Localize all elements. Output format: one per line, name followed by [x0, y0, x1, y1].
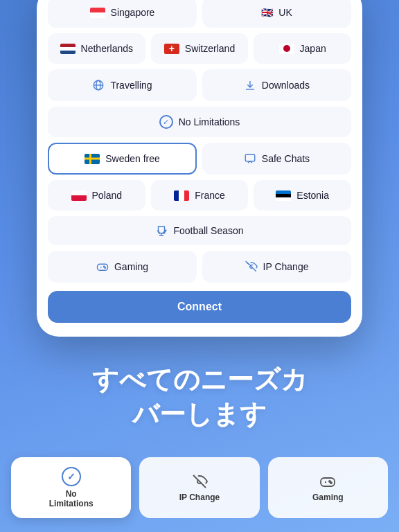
football-label: Football Season	[173, 225, 243, 236]
travelling-label: Travelling	[110, 80, 152, 91]
row-gaming-ipchange: Gaming IP Change	[48, 251, 351, 283]
eye-slash-icon	[245, 260, 258, 273]
singapore-label: Singapore	[111, 7, 155, 18]
gamepad-tab-icon	[319, 473, 336, 490]
gamepad-icon	[96, 260, 109, 273]
flag-poland	[71, 190, 87, 201]
estonia-cell[interactable]: Estonia	[254, 180, 351, 211]
flag-uk-emoji: 🇬🇧	[261, 7, 273, 18]
row-pl-fr-ee: Poland France Estonia	[48, 180, 351, 211]
singapore-cell[interactable]: Singapore	[48, 0, 197, 28]
no-limitations-row: ✓ No Limitations	[48, 107, 351, 137]
tab-no-limitations[interactable]: ✓ No Limitations	[11, 457, 131, 518]
tab-gaming-label: Gaming	[312, 493, 344, 502]
gaming-cell[interactable]: Gaming	[48, 251, 197, 283]
poland-label: Poland	[92, 190, 123, 201]
no-limitations-label: No Limitations	[179, 116, 240, 127]
uk-label: UK	[278, 7, 292, 18]
flag-france	[174, 190, 189, 201]
travelling-cell[interactable]: Travelling	[48, 69, 197, 101]
svg-point-6	[105, 267, 106, 269]
downloads-label: Downloads	[262, 80, 310, 91]
safechats-label: Safe Chats	[262, 153, 310, 164]
estonia-label: Estonia	[296, 190, 329, 201]
svg-rect-4	[97, 264, 107, 270]
jp-text-section: すべてのニーズカ バーします	[0, 363, 399, 432]
gaming-label: Gaming	[114, 261, 148, 272]
flag-sweden	[85, 154, 100, 164]
downloads-cell[interactable]: Downloads	[202, 69, 351, 101]
download-icon	[244, 79, 256, 91]
sweden-cell[interactable]: Sweden free	[48, 143, 197, 175]
tab-no-limitations-label: No Limitations	[49, 489, 94, 508]
globe-icon	[92, 79, 105, 91]
flag-japan	[279, 44, 294, 54]
row-nl-ch-jp: Netherlands Switzerland Japan	[48, 33, 351, 64]
row-sweden-safechats: Sweden free Safe Chats	[48, 143, 351, 175]
trophy-icon	[155, 224, 168, 237]
flag-netherlands	[60, 44, 76, 54]
tab-ip-change[interactable]: IP Change	[139, 457, 259, 518]
uk-cell[interactable]: 🇬🇧 UK	[202, 0, 351, 28]
flag-estonia	[276, 190, 291, 201]
netherlands-cell[interactable]: Netherlands	[48, 33, 145, 64]
check-icon: ✓	[159, 115, 173, 129]
netherlands-label: Netherlands	[81, 43, 134, 54]
flag-singapore	[90, 8, 105, 18]
tab-gaming[interactable]: Gaming	[268, 457, 388, 518]
svg-rect-7	[321, 478, 335, 486]
flag-switzerland	[164, 44, 179, 54]
svg-point-9	[330, 482, 332, 484]
sweden-label: Sweden free	[105, 153, 160, 164]
ipchange-label: IP Change	[263, 261, 309, 272]
phone-card: Singapore 🇬🇧 UK Netherlands Switzerland …	[37, 0, 362, 337]
bottom-tabs: ✓ No Limitations IP Change Gaming	[0, 457, 399, 518]
poland-cell[interactable]: Poland	[48, 180, 145, 211]
tab-ip-change-label: IP Change	[179, 493, 220, 502]
japan-label: Japan	[300, 43, 326, 54]
france-label: France	[195, 190, 225, 201]
row-travel-download: Travelling Downloads	[48, 69, 351, 101]
switzerland-cell[interactable]: Switzerland	[151, 33, 249, 64]
jp-text-line1: すべてのニーズカ	[0, 363, 399, 397]
check-circle-icon: ✓	[62, 467, 81, 486]
eye-slash-tab-icon	[191, 473, 208, 490]
football-row: Football Season	[48, 216, 351, 245]
switzerland-label: Switzerland	[185, 43, 235, 54]
no-limitations-cell[interactable]: ✓ No Limitations	[48, 107, 351, 137]
jp-text-line2: バーします	[0, 398, 399, 432]
svg-rect-3	[245, 154, 255, 161]
chat-icon	[244, 152, 256, 165]
france-cell[interactable]: France	[151, 180, 249, 211]
football-cell[interactable]: Football Season	[48, 216, 351, 245]
safechats-cell[interactable]: Safe Chats	[202, 143, 351, 175]
row-sg-uk: Singapore 🇬🇧 UK	[48, 0, 351, 28]
connect-button[interactable]: Connect	[48, 291, 351, 323]
japan-cell[interactable]: Japan	[254, 33, 351, 64]
ipchange-cell[interactable]: IP Change	[202, 251, 351, 283]
